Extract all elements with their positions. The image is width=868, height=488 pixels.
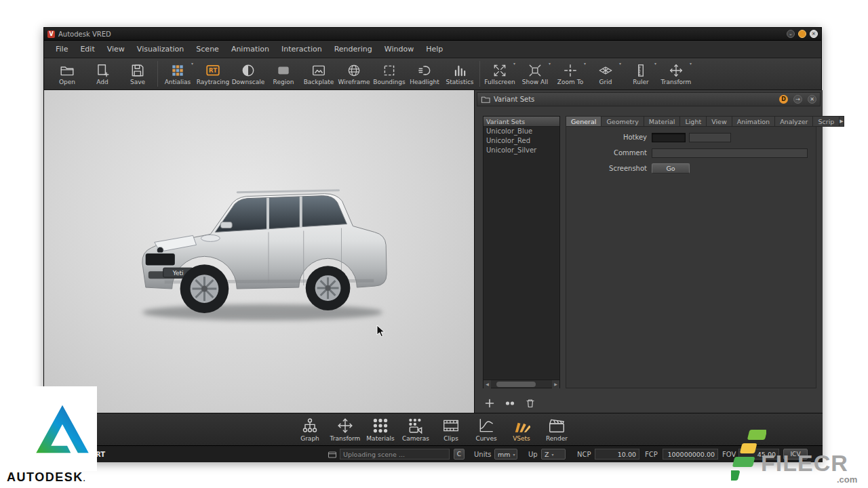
tab-analyzer[interactable]: Analyzer xyxy=(775,116,813,127)
close-panel-button[interactable]: ✕ xyxy=(808,95,816,104)
close-window-button[interactable]: ✕ xyxy=(810,30,818,38)
console-c-button[interactable]: C xyxy=(454,449,465,460)
open-button[interactable]: Open xyxy=(50,59,85,89)
ncp-input[interactable]: 10.00 xyxy=(595,449,639,460)
menu-item-scene[interactable]: Scene xyxy=(190,42,225,56)
materials-icon xyxy=(372,417,389,434)
tab-material[interactable]: Material xyxy=(644,116,681,127)
dock-curves-button[interactable]: Curves xyxy=(469,414,504,445)
menu-item-visualization[interactable]: Visualization xyxy=(131,42,190,56)
tab-geometry[interactable]: Geometry xyxy=(601,116,644,127)
grid-dropdown-caret[interactable]: ▾ xyxy=(619,61,621,66)
toolbar-separator xyxy=(479,61,480,87)
fullscreen-dropdown-caret[interactable]: ▾ xyxy=(513,61,515,66)
variant-sets-panel-header[interactable]: Variant Sets D → ✕ xyxy=(477,92,821,106)
open-folder-icon xyxy=(60,63,75,78)
tab-script[interactable]: Scrip xyxy=(813,116,840,127)
mouse-cursor xyxy=(376,325,386,338)
hotkey-modifier-input[interactable] xyxy=(689,133,731,142)
tab-view[interactable]: View xyxy=(707,116,732,127)
show-all-button[interactable]: ▾ Show All xyxy=(517,59,553,89)
grid-button[interactable]: ▾ Grid xyxy=(588,59,623,89)
boundings-button[interactable]: Boundings xyxy=(372,59,407,89)
dock-vsets-button[interactable]: VSets xyxy=(504,414,539,445)
units-label: Units xyxy=(474,449,492,460)
region-icon xyxy=(276,63,291,78)
antialias-button[interactable]: ▾ Antialias xyxy=(160,59,195,89)
panel-footer-actions xyxy=(484,398,536,409)
license-plate: Yeti xyxy=(172,270,184,277)
menu-item-file[interactable]: File xyxy=(50,42,74,56)
transform-dropdown-caret[interactable]: ▾ xyxy=(690,61,692,66)
tab-overflow-arrow[interactable]: ▶ xyxy=(840,116,844,127)
menu-item-help[interactable]: Help xyxy=(420,42,449,56)
render-viewport[interactable]: Yeti xyxy=(44,90,474,413)
up-axis-value: Z xyxy=(545,451,549,458)
open-label: Open xyxy=(59,79,75,85)
ruler-button[interactable]: ▾ Ruler xyxy=(623,59,658,89)
cameras-label: Cameras xyxy=(402,435,429,442)
delete-trash-icon[interactable] xyxy=(525,398,536,409)
up-axis-dropdown[interactable]: Z▾ xyxy=(541,449,566,460)
dock-render-button[interactable]: Render xyxy=(539,414,574,445)
variant-sets-list-header[interactable]: Variant Sets xyxy=(484,117,559,127)
scrollbar-thumb[interactable] xyxy=(496,382,536,387)
dock-badge-button[interactable]: D xyxy=(779,95,788,104)
zoom-to-dropdown-caret[interactable]: ▾ xyxy=(584,61,586,66)
show-all-dropdown-caret[interactable]: ▾ xyxy=(549,61,551,66)
comment-label: Comment xyxy=(566,149,652,157)
render-label: Render xyxy=(546,435,568,442)
menu-item-animation[interactable]: Animation xyxy=(225,42,275,56)
screenshot-go-button[interactable]: Go xyxy=(652,163,690,174)
zoom-to-button[interactable]: ▾ Zoom To xyxy=(553,59,588,89)
menu-item-interaction[interactable]: Interaction xyxy=(275,42,328,56)
fcp-input[interactable]: 100000000.00 xyxy=(663,449,718,460)
dock-materials-button[interactable]: Materials xyxy=(363,414,398,445)
region-button[interactable]: Region xyxy=(266,59,301,89)
dock-graph-button[interactable]: Graph xyxy=(292,414,328,445)
list-item-unicolor-silver[interactable]: Unicolor_Silver xyxy=(484,146,559,155)
backplate-button[interactable]: Backplate xyxy=(301,59,336,89)
transform-button[interactable]: ▾ Transform xyxy=(658,59,694,89)
scrollbar-track[interactable] xyxy=(491,380,552,388)
list-item-unicolor-red[interactable]: Unicolor_Red xyxy=(484,136,559,146)
comment-input[interactable] xyxy=(652,148,808,158)
curves-label: Curves xyxy=(475,435,496,442)
headlight-button[interactable]: Headlight xyxy=(407,59,442,89)
antialias-dropdown-caret[interactable]: ▾ xyxy=(191,61,193,66)
link-dots-icon[interactable] xyxy=(504,398,516,409)
shade-window-button[interactable]: ⌄ xyxy=(787,30,795,38)
statistics-button[interactable]: Statistics xyxy=(442,59,477,89)
units-dropdown[interactable]: mm▾ xyxy=(494,449,517,460)
filecr-wordmark: FILECR xyxy=(761,450,848,476)
ruler-dropdown-caret[interactable]: ▾ xyxy=(654,61,656,66)
detach-panel-button[interactable]: → xyxy=(793,95,802,104)
dock-clips-button[interactable]: Clips xyxy=(433,414,469,445)
tab-light[interactable]: Light xyxy=(680,116,707,127)
add-button[interactable]: Add xyxy=(85,59,120,89)
menu-item-view[interactable]: View xyxy=(101,42,131,56)
vsets-label: VSets xyxy=(513,435,530,442)
raytracing-button[interactable]: RT Raytracing xyxy=(195,59,231,89)
hotkey-input[interactable] xyxy=(652,133,686,142)
menu-item-rendering[interactable]: Rendering xyxy=(328,42,378,56)
dock-cameras-button[interactable]: Cameras xyxy=(398,414,433,445)
menu-item-edit[interactable]: Edit xyxy=(74,42,100,56)
maximize-window-button[interactable] xyxy=(798,30,806,38)
tab-general[interactable]: General xyxy=(566,116,601,127)
add-variant-set-icon[interactable] xyxy=(484,398,495,409)
zoom-to-icon xyxy=(563,63,578,78)
downscale-button[interactable]: Downscale xyxy=(231,59,266,89)
save-button[interactable]: Save xyxy=(120,59,155,89)
fullscreen-button[interactable]: ▾ Fullscreen xyxy=(482,59,517,89)
menu-item-window[interactable]: Window xyxy=(378,42,420,56)
dock-transform-button[interactable]: Transform xyxy=(328,414,363,445)
wireframe-button[interactable]: Wireframe xyxy=(336,59,372,89)
title-bar[interactable]: V Autodesk VRED ⌄ ✕ xyxy=(44,28,821,41)
scroll-left-arrow[interactable]: ◀ xyxy=(484,380,491,388)
list-item-unicolor-blue[interactable]: Unicolor_Blue xyxy=(484,127,559,136)
tab-animation[interactable]: Animation xyxy=(732,116,775,127)
transform-icon xyxy=(336,417,354,434)
scroll-right-arrow[interactable]: ▶ xyxy=(552,380,559,388)
list-horizontal-scrollbar[interactable]: ◀ ▶ xyxy=(484,380,559,388)
